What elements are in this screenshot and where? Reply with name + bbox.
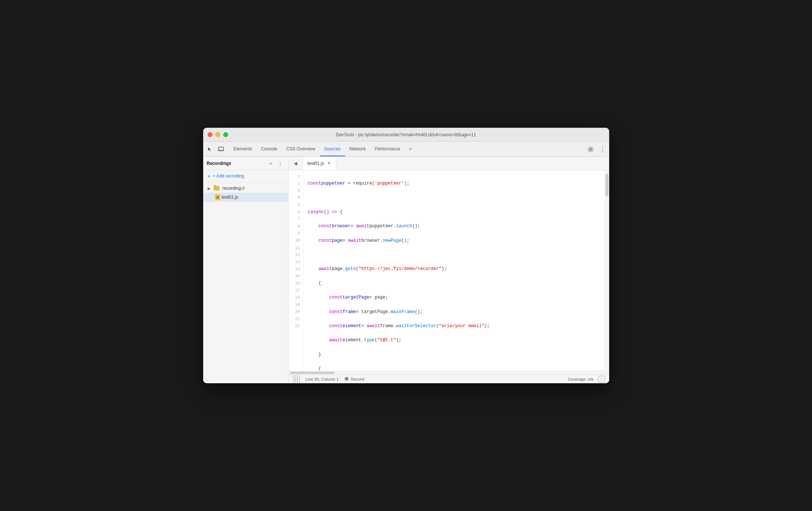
code-line-11: const element = await frame.waitForSelec…: [308, 323, 600, 330]
record-label: Record: [351, 377, 364, 381]
line-numbers: 1 2 3 4 5 6 7 8 9 10 11 12 13 14 15 16 1: [289, 170, 303, 371]
line-num-1: 1: [289, 173, 303, 180]
maximize-button[interactable]: [223, 132, 228, 137]
code-line-6: [308, 251, 600, 258]
line-num-22: 22: [289, 323, 303, 330]
line-num-8: 8: [289, 223, 303, 230]
tab-performance[interactable]: Performance: [370, 142, 405, 156]
line-num-9: 9: [289, 230, 303, 237]
sidebar-tree: ▶ recording:// JS test01.js: [203, 182, 288, 383]
code-line-2: [308, 195, 600, 202]
code-line-10: const frame = targetPage.mainFrame();: [308, 309, 600, 316]
minimize-button[interactable]: [215, 132, 220, 137]
code-line-13: }: [308, 351, 600, 358]
code-line-7: await page.goto("https://jec.fyi/demo/re…: [308, 266, 600, 273]
tab-sources[interactable]: Sources: [320, 142, 345, 156]
dock-icon[interactable]: [216, 144, 226, 154]
line-num-20: 20: [289, 309, 303, 316]
tab-items: Elements Console CSS Overview Sources Ne…: [229, 142, 582, 156]
horizontal-scrollbar[interactable]: [289, 371, 609, 374]
vertical-scrollbar[interactable]: [605, 170, 609, 371]
editor-tab-test01[interactable]: test01.js ✕: [303, 157, 337, 170]
sidebar-header: Recordings » ⋮: [203, 157, 288, 170]
code-line-14: {: [308, 365, 600, 371]
editor-tabs: ◀ test01.js ✕: [289, 157, 609, 170]
window-title: DevTools - jec.fyi/demo/recorder?email=t…: [336, 132, 476, 137]
sidebar-header-icons: » ⋮: [267, 159, 285, 167]
code-line-8: {: [308, 280, 600, 287]
code-line-3: (async () => {: [308, 209, 600, 216]
line-num-15: 15: [289, 273, 303, 280]
code-line-1: const puppeteer = require('puppeteer');: [308, 180, 600, 187]
editor-back-icon[interactable]: ◀: [292, 159, 300, 167]
code-editor[interactable]: 1 2 3 4 5 6 7 8 9 10 11 12 13 14 15 16 1: [289, 170, 609, 371]
editor-nav-icons: ◀: [289, 157, 303, 170]
tab-bar-nav: [205, 142, 229, 156]
svg-point-2: [589, 148, 591, 150]
cursor-icon[interactable]: [205, 144, 215, 154]
main-content: Recordings » ⋮ + + Add recording ▶ recor…: [203, 157, 609, 383]
status-bar-right: Coverage: n/a ↑: [568, 376, 604, 383]
line-num-7: 7: [289, 216, 303, 223]
code-content[interactable]: const puppeteer = require('puppeteer'); …: [303, 170, 605, 371]
h-scrollbar-thumb[interactable]: [290, 372, 335, 374]
code-line-12: await element.type("t@t.t");: [308, 337, 600, 344]
line-num-14: 14: [289, 266, 303, 273]
tab-css-overview[interactable]: CSS Overview: [282, 142, 320, 156]
add-recording-label: + Add recording: [213, 173, 244, 179]
editor-area: ◀ test01.js ✕ 1 2 3 4 5 6 7 8 9: [289, 157, 609, 383]
tab-bar-right: ⋮: [582, 142, 608, 156]
line-num-3: 3: [289, 187, 303, 194]
tab-elements[interactable]: Elements: [229, 142, 257, 156]
line-num-10: 10: [289, 237, 303, 244]
settings-icon[interactable]: [585, 144, 596, 154]
js-file-icon: JS: [215, 194, 220, 200]
line-num-6: 6: [289, 209, 303, 216]
position-label: Line 35, Column 1: [306, 377, 339, 381]
code-line-4: const browser = await puppeteer.launch()…: [308, 223, 600, 230]
sidebar-expand-icon[interactable]: »: [267, 159, 275, 167]
line-num-17: 17: [289, 287, 303, 294]
tab-console[interactable]: Console: [257, 142, 282, 156]
sidebar: Recordings » ⋮ + + Add recording ▶ recor…: [203, 157, 289, 383]
pretty-print-label: { }: [295, 377, 298, 381]
code-line-5: const page = await browser.newPage();: [308, 237, 600, 244]
coverage-icon-button[interactable]: ↑: [598, 376, 605, 383]
file-label: test01.js: [222, 195, 238, 200]
sidebar-file-test01[interactable]: JS test01.js: [203, 193, 288, 202]
record-dot-icon: [345, 377, 348, 381]
record-status: Record: [345, 377, 364, 381]
tab-network[interactable]: Network: [345, 142, 370, 156]
close-tab-icon[interactable]: ✕: [326, 161, 331, 166]
line-num-12: 12: [289, 251, 303, 258]
more-options-icon[interactable]: ⋮: [597, 144, 608, 154]
devtools-window: DevTools - jec.fyi/demo/recorder?email=t…: [203, 128, 609, 383]
line-num-11: 11: [289, 244, 303, 251]
chevron-down-icon: ▶: [206, 185, 212, 191]
line-num-16: 16: [289, 280, 303, 287]
svg-rect-1: [218, 150, 224, 151]
close-button[interactable]: [208, 132, 212, 137]
title-bar: DevTools - jec.fyi/demo/recorder?email=t…: [203, 128, 609, 142]
coverage-label: Coverage: n/a: [568, 377, 593, 381]
sidebar-more-icon[interactable]: ⋮: [276, 159, 285, 167]
sidebar-folder-recording[interactable]: ▶ recording://: [203, 184, 288, 193]
status-bar: { } Line 35, Column 1 Record Coverage: n…: [289, 374, 609, 383]
folder-icon: [214, 186, 220, 191]
line-num-18: 18: [289, 294, 303, 301]
tab-more[interactable]: »: [405, 142, 416, 156]
code-line-9: const targetPage = page;: [308, 294, 600, 301]
editor-tab-label: test01.js: [308, 161, 324, 166]
scrollbar-thumb[interactable]: [605, 174, 608, 196]
line-num-21: 21: [289, 316, 303, 323]
line-num-13: 13: [289, 258, 303, 266]
line-num-2: 2: [289, 180, 303, 187]
sidebar-title: Recordings: [207, 161, 264, 166]
add-recording-button[interactable]: + + Add recording: [203, 170, 288, 182]
traffic-lights: [208, 132, 228, 137]
line-num-4: 4: [289, 195, 303, 202]
line-num-19: 19: [289, 301, 303, 308]
line-num-5: 5: [289, 202, 303, 209]
pretty-print-button[interactable]: { }: [293, 376, 300, 383]
tab-bar: Elements Console CSS Overview Sources Ne…: [203, 142, 609, 157]
